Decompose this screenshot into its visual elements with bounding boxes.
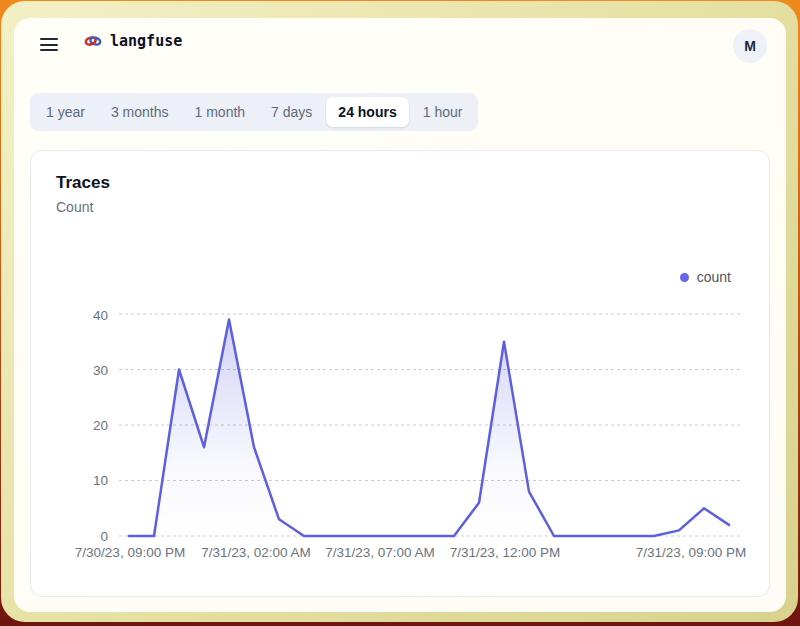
time-range-tabs: 1 year 3 months 1 month 7 days 24 hours …: [30, 93, 478, 131]
legend-item-count[interactable]: count: [680, 269, 731, 285]
y-tick-30: 30: [93, 363, 108, 378]
app-page: langfuse M 1 year 3 months 1 month 7 day…: [14, 18, 786, 612]
x-tick-4: 7/31/23, 09:00 PM: [636, 545, 746, 560]
tab-1-hour[interactable]: 1 hour: [411, 97, 475, 127]
tab-7-days[interactable]: 7 days: [259, 97, 324, 127]
x-tick-0: 7/30/23, 09:00 PM: [75, 545, 185, 560]
card-title: Traces: [56, 173, 110, 193]
y-tick-10: 10: [93, 473, 108, 488]
count-area-fill: [129, 320, 729, 536]
hamburger-menu-icon[interactable]: [40, 38, 58, 51]
y-tick-40: 40: [93, 308, 108, 323]
y-tick-20: 20: [93, 418, 108, 433]
tab-3-months[interactable]: 3 months: [99, 97, 181, 127]
x-tick-1: 7/31/23, 02:00 AM: [201, 545, 311, 560]
x-tick-3: 7/31/23, 12:00 PM: [450, 545, 560, 560]
screenshot-canvas: langfuse M 1 year 3 months 1 month 7 day…: [0, 0, 800, 626]
brand[interactable]: langfuse: [84, 32, 182, 50]
langfuse-knot-logo-icon: [84, 33, 102, 49]
legend-dot-icon: [680, 273, 689, 282]
tab-24-hours[interactable]: 24 hours: [326, 97, 408, 127]
traces-area-chart: [116, 311, 746, 541]
user-avatar[interactable]: M: [733, 29, 767, 63]
brand-name: langfuse: [110, 32, 182, 50]
tab-1-year[interactable]: 1 year: [34, 97, 97, 127]
card-subtitle: Count: [56, 199, 93, 215]
y-axis: 40 30 20 10 0: [31, 311, 108, 541]
legend-label: count: [697, 269, 731, 285]
x-tick-2: 7/31/23, 07:00 AM: [325, 545, 435, 560]
y-tick-0: 0: [100, 529, 108, 544]
x-axis: 7/30/23, 09:00 PM 7/31/23, 02:00 AM 7/31…: [116, 545, 776, 565]
tab-1-month[interactable]: 1 month: [183, 97, 258, 127]
traces-chart-card: Traces Count count 40 30 20 10 0: [30, 150, 770, 597]
